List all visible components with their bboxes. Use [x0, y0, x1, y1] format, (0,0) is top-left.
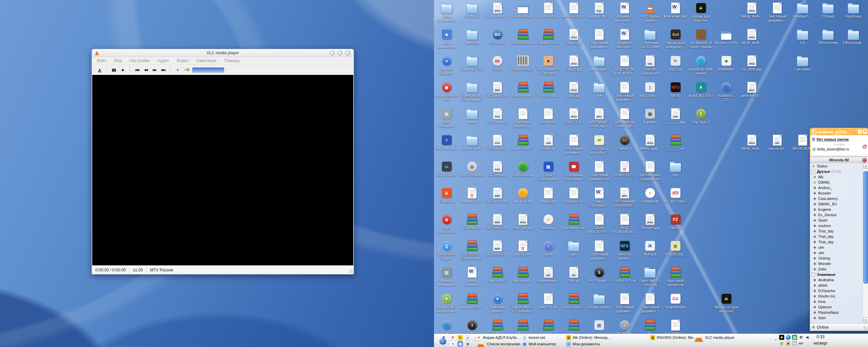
desktop-icon[interactable]: NFSNeed for Speed... [612, 240, 637, 260]
phone-icon[interactable]: ✆ [798, 335, 804, 340]
contact-item[interactable]: ✻Vicking [810, 256, 868, 261]
contact-item[interactable]: ✻Zeke [810, 266, 868, 272]
miranda-window[interactable]: Miranda IM ♛Status–Друзья (2/18)✻Alk✻DAN… [810, 157, 868, 331]
desktop-icon[interactable]: exCDex [485, 55, 510, 71]
contact-item[interactable]: ✻PlasmaNaut [810, 310, 868, 315]
desktop-icon[interactable]: Las!Lusher.... [510, 134, 535, 150]
menu-item-Вид[interactable]: Вид [115, 58, 122, 63]
desktop-icon[interactable]: JPEGNEW_AVA... [739, 28, 764, 45]
desktop-icon[interactable]: AAutoCAD 2007 [688, 81, 713, 98]
desktop-icon[interactable]: WindowTr... [790, 2, 815, 18]
desktop-icon[interactable]: Autodesk DWF Viewer [688, 55, 713, 75]
desktop-icon[interactable]: PSDCEZoom0.... [485, 108, 510, 124]
desktop-icon[interactable]: JPEGслед3.jpg [561, 55, 586, 71]
desktop-icon[interactable]: ▤... [587, 319, 612, 335]
status-footer[interactable]: ✻ Online [810, 323, 868, 331]
desktop-icon[interactable]: SPPCStudio.... [587, 266, 612, 283]
desktop-icon[interactable]: opennet [459, 28, 485, 45]
desktop-icon[interactable]: GAGraphAnder [663, 293, 688, 309]
contact-item[interactable]: ✻Eugene [810, 207, 868, 212]
desktop-icon[interactable]: JPEGNEW_AVA... [739, 134, 764, 150]
desktop-icon[interactable]: 5.0.5000.0... [663, 319, 688, 335]
desktop-icon[interactable]: FlashReme... [510, 28, 535, 45]
desktop-icon[interactable]: OpenOffice... 2.0 Installat... [510, 293, 535, 313]
taskbar-task[interactable]: ▤Alk (Online): Messag... [566, 334, 610, 341]
desktop-icon[interactable]: Текстовый докумен... [612, 293, 637, 313]
desktop-icon[interactable]: WAdobe Premie... [459, 266, 485, 287]
menu-item-Видео[interactable]: Видео [177, 58, 189, 63]
desktop-icon[interactable]: ⚡Winamp [536, 213, 561, 230]
desktop-icon[interactable]: KeyDown [841, 2, 866, 18]
desktop-icon[interactable]: NuclearM... [510, 266, 535, 283]
resize-grip[interactable] [349, 270, 353, 273]
desktop-icon[interactable]: 12345678... [459, 213, 485, 230]
desktop-icon[interactable]: OpenOffice... 2.0 Installat... [459, 81, 485, 102]
vlc-titlebar[interactable]: VLC media player [92, 49, 354, 57]
desktop-icon[interactable]: ◉Nero StartSmart [434, 213, 459, 234]
desktop-icon[interactable]: Open Net CF Sources [637, 266, 663, 287]
desktop-icon[interactable]: FZFileZilla [663, 213, 688, 230]
desktop-icon[interactable]: ATIATI 3D Contr... [663, 187, 688, 203]
taskbar-task[interactable]: ▣Мой компьютер [522, 341, 556, 347]
miranda-titlebar[interactable]: Miranda IM [810, 157, 868, 163]
contact-group[interactable]: –Друзья (2/18) [810, 169, 868, 174]
scroll-up-icon[interactable]: ▲ [863, 163, 868, 169]
popup-titlebar[interactable]: @ andron_g@in... – ✕ [810, 128, 868, 135]
desktop-icon[interactable]: GIFсписок-кл... [765, 134, 790, 150]
eject-icon[interactable]: ▲ [95, 67, 104, 72]
desktop-icon[interactable]: MOVperfume_tr... [739, 81, 764, 98]
desktop-icon[interactable]: Курсовой проект.rar [663, 266, 688, 287]
desktop-icon[interactable]: Alcohol 1... [536, 319, 561, 335]
desktop-icon[interactable]: BSBSPlayer [485, 28, 510, 45]
previous-icon[interactable]: |◀◀ [133, 68, 141, 72]
desktop-icon[interactable]: 3TuSA-R... [459, 319, 485, 335]
desktop-icon[interactable]: BMPCEZoom3.B... [485, 240, 510, 256]
desktop-icon[interactable]: LochJournal [510, 161, 535, 177]
desktop-icon[interactable]: BMPCEZoom1.B... [485, 187, 510, 203]
pencil-icon[interactable]: ✎ [458, 335, 463, 340]
batman-icon[interactable]: ❖ [779, 335, 784, 340]
desktop-icon[interactable]: КАРТЫ.txt [536, 293, 561, 309]
desktop-icon[interactable]: JPEGслед.jpg [561, 81, 586, 98]
grid-icon[interactable]: ▤ [458, 341, 463, 346]
desktop-icon[interactable]: курсы УЦИТ [459, 134, 485, 150]
desktop-icon[interactable]: connplan.d... [561, 187, 586, 203]
contact-item[interactable]: ✻That_day [810, 228, 868, 234]
next-icon[interactable]: ▶▶| [159, 68, 168, 72]
desktop-icon[interactable]: VLC media player [637, 2, 663, 22]
contact-item[interactable]: ✻Andrykha [810, 277, 868, 283]
desktop-icon[interactable]: ppc [561, 240, 586, 256]
desktop-icon[interactable]: PSDCEZoom0... [485, 134, 510, 150]
desktop-icon[interactable]: Текстовый докумен... [587, 240, 612, 260]
desktop-icon[interactable]: 49... [561, 319, 586, 335]
scrollbar[interactable]: ▲ ▼ [863, 163, 868, 323]
menu-item-Навигация[interactable]: Навигация [196, 58, 216, 63]
contact-item[interactable]: ✻DANIIL_BJ [810, 201, 868, 207]
speaker-icon[interactable]: ◀) [805, 335, 810, 340]
desktop-icon[interactable]: Текстовый документ.txt [587, 161, 612, 181]
contact-item[interactable]: ✻Alk [810, 174, 868, 180]
desktop-icon[interactable]: SMath_Stu... [536, 28, 561, 45]
desktop-icon[interactable]: 2Top Spin 2 [688, 108, 713, 124]
desktop-icon[interactable]: ⚡DAEMON... [612, 319, 637, 335]
desktop-icon[interactable]: MP3КИРПИЧИ... РОК.mp3 [587, 108, 612, 128]
desktop-icon[interactable]: БАЗА МУСКУЛ!!!... [587, 213, 612, 234]
desktop-icon[interactable]: CSharp [815, 2, 841, 18]
desktop-icon[interactable]: 2t... [637, 319, 663, 335]
desktop-icon[interactable]: EffectsGall... [841, 28, 866, 45]
desktop-icon[interactable]: ЗАЯВКА НА СОФТОДР... [612, 108, 637, 128]
search-icon[interactable]: ⌕ [465, 335, 470, 340]
close-button[interactable] [345, 50, 350, 56]
desktop-icon[interactable]: ◆BWMeter [714, 55, 739, 71]
lang-ru-icon[interactable]: Ru [792, 341, 797, 346]
desktop-icon[interactable]: ⇊FlashGet [434, 187, 459, 203]
desktop-icon[interactable]: PSDCEZoom0... [485, 161, 510, 177]
collapse-icon[interactable]: – [811, 273, 815, 277]
desktop-icon[interactable]: MP3ЧУГУННЫЙ СКОРОХО... [612, 187, 637, 207]
desktop-icon[interactable]: SmartFTP [434, 319, 459, 335]
resize-grip[interactable] [864, 326, 867, 330]
desktop-icon[interactable]: кекеке [459, 108, 485, 124]
desktop-icon[interactable]: Новая папка [587, 293, 612, 309]
vlc-window[interactable]: VLC media player ФайлВидНастройкиАудиоВи… [92, 49, 354, 274]
close-icon[interactable] [862, 158, 867, 162]
